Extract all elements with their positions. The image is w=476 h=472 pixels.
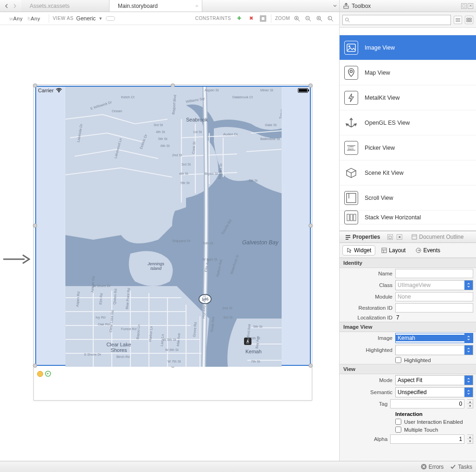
picker-icon: LoremIpsum (344, 141, 358, 155)
nav-back-button[interactable] (3, 2, 10, 10)
multitouch-checkbox[interactable] (395, 427, 401, 433)
toolbox-item-image-view[interactable]: Image View (340, 35, 476, 60)
first-responder-icon[interactable] (37, 371, 43, 377)
exit-icon[interactable] (45, 371, 51, 377)
document-outline-tab[interactable]: Document Outline (409, 233, 466, 241)
zoom-in-icon[interactable] (315, 14, 323, 23)
highlighted-image-combo[interactable] (395, 345, 473, 355)
svg-text:W 7th St: W 7th St (167, 359, 181, 364)
combo-arrow-icon[interactable] (464, 281, 473, 290)
combo-arrow-icon[interactable] (464, 345, 473, 355)
uie-checkbox[interactable] (395, 419, 401, 425)
storyboard-canvas[interactable]: Carrier (0, 25, 339, 461)
toolbox-item-stack-view-h[interactable]: Stack View Horizontal (340, 210, 476, 224)
alpha-stepper[interactable]: ▲▼ (467, 434, 473, 444)
svg-text:S Shore Dr: S Shore Dr (84, 352, 102, 357)
svg-text:W Burt St: W Burt St (202, 257, 218, 262)
toolbox-item-label: Stack View Horizontal (365, 214, 421, 221)
panel-undock-button[interactable]: ▢ (461, 3, 467, 9)
svg-text:N Shore Dr: N Shore Dr (93, 284, 111, 288)
combo-arrow-icon[interactable] (464, 333, 473, 343)
remove-constraint-icon[interactable]: ✖ (247, 14, 255, 23)
tab-layout[interactable]: Layout (377, 245, 410, 255)
resize-handle[interactable] (33, 223, 37, 228)
toolbox-icon (342, 2, 350, 10)
toolbox-item-label: Picker View (365, 145, 395, 151)
image-view-selection[interactable]: Carrier (35, 86, 311, 366)
mode-combo[interactable]: Aspect Fit (395, 375, 473, 385)
errors-button[interactable]: Errors (421, 464, 444, 470)
zoom-out-icon[interactable] (304, 14, 312, 23)
toolbox-item-scroll-view[interactable]: Scroll View (340, 185, 476, 210)
svg-text:5th St: 5th St (180, 181, 190, 185)
search-icon (345, 17, 350, 23)
tab-events[interactable]: Events (412, 245, 444, 255)
trait-toggle[interactable] (106, 16, 115, 21)
highlighted-checkbox[interactable] (395, 357, 401, 363)
tab-widget[interactable]: Widget (342, 245, 375, 255)
svg-line-6 (309, 19, 311, 21)
zoom-fit-icon[interactable] (293, 14, 301, 23)
toolbox-search-row (340, 12, 476, 28)
toolbox-item-metalkit-view[interactable]: MetalKit View (340, 85, 476, 110)
embed-stack-icon[interactable] (259, 14, 267, 23)
initial-vc-arrow-icon (2, 252, 30, 266)
panel-undock-button[interactable]: ▢ (387, 234, 393, 240)
tag-stepper[interactable]: ▲▼ (467, 399, 473, 408)
identity-module-input[interactable] (395, 292, 473, 301)
svg-rect-118 (346, 239, 348, 240)
resize-handle[interactable] (309, 223, 313, 228)
field-label: Localization ID (342, 315, 392, 320)
alpha-input[interactable] (390, 434, 464, 444)
toolbox-item-picker-view[interactable]: LoremIpsum Picker View (340, 135, 476, 160)
tab-overflow-button[interactable] (331, 0, 339, 12)
toolbox-item-label: Image View (365, 45, 395, 51)
image-view-icon (344, 41, 358, 55)
toolbox-item-partial[interactable] (340, 28, 476, 35)
tab-main-storyboard[interactable]: Main.storyboard ○ (109, 0, 202, 12)
tasks-button[interactable]: Tasks (450, 464, 472, 470)
grid-view-toggle[interactable] (465, 16, 473, 24)
view-as-control[interactable]: VIEW AS Generic ▼ (53, 15, 115, 22)
field-label: Tag (342, 401, 387, 407)
tab-close-icon[interactable]: ○ (194, 4, 199, 8)
toolbox-header: Toolbox ▢ ✕ (340, 0, 476, 12)
toolbox-item-opengl-view[interactable]: OpenGL ES View (340, 110, 476, 135)
svg-point-92 (345, 18, 348, 21)
list-view-toggle[interactable] (454, 16, 462, 24)
svg-text:5th St: 5th St (158, 137, 168, 141)
tag-input[interactable] (390, 399, 464, 408)
combo-arrow-icon[interactable] (464, 388, 473, 397)
panel-close-button[interactable]: ✕ (397, 234, 402, 240)
add-constraint-icon[interactable]: ✚ (235, 14, 243, 23)
interaction-header: Interaction (340, 409, 476, 418)
field-label: Image (342, 335, 392, 341)
toolbox-search[interactable] (342, 15, 451, 25)
combo-arrow-icon[interactable] (464, 376, 473, 385)
svg-text:1st St: 1st St (193, 130, 202, 134)
image-combo[interactable]: Kemah (395, 333, 473, 343)
toolbox-item-map-view[interactable]: Map View (340, 60, 476, 85)
search-input[interactable] (350, 17, 449, 23)
zoom-actual-icon[interactable]: 1 (326, 14, 334, 23)
tab-label: Main.storyboard (118, 3, 158, 9)
toolbox-item-scenekit-view[interactable]: Scene Kit View (340, 160, 476, 185)
toolbox-list: Image View Map View MetalKit View (340, 28, 476, 231)
svg-rect-121 (382, 248, 386, 253)
section-view: View (340, 364, 476, 374)
toolbox-item-label: Scene Kit View (365, 170, 404, 176)
size-class-control[interactable]: wAny hAny (5, 16, 45, 21)
svg-text:Bryan St: Bryan St (205, 172, 219, 176)
identity-class-combo[interactable]: UIImageView (395, 280, 473, 290)
nav-forward-button[interactable] (11, 2, 19, 10)
svg-text:Forest Rd: Forest Rd (121, 327, 136, 331)
identity-name-input[interactable] (395, 269, 473, 278)
semantic-combo[interactable]: Unspecified (395, 387, 473, 397)
svg-text:Dalabrook Ct: Dalabrook Ct (232, 95, 253, 99)
toolbox-title: Toolbox (352, 3, 371, 9)
panel-close-button[interactable]: ✕ (468, 3, 473, 9)
tab-assets[interactable]: Assets.xcassets (21, 0, 109, 12)
svg-text:4th St: 4th St (156, 130, 166, 134)
identity-restoration-input[interactable] (395, 303, 473, 313)
svg-rect-91 (344, 6, 348, 8)
